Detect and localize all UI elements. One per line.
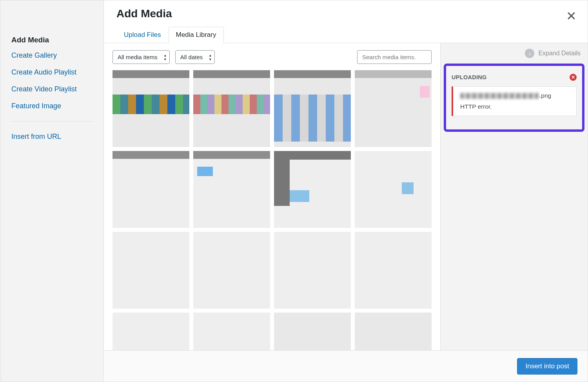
header: Add Media ✕ xyxy=(104,0,588,26)
upload-filename: .png xyxy=(460,92,569,99)
page-title: Add Media xyxy=(116,7,575,20)
media-thumb[interactable] xyxy=(113,151,189,228)
main: Add Media ✕ Upload Files Media Library A… xyxy=(104,0,588,382)
close-icon[interactable]: ✕ xyxy=(566,10,577,22)
chevron-updown-icon: ▴▾ xyxy=(164,53,166,61)
sidebar-link-insert-from-url[interactable]: Insert from URL xyxy=(11,133,61,140)
media-thumb[interactable] xyxy=(274,232,351,309)
sidebar-link-featured-image[interactable]: Featured Image xyxy=(11,102,61,110)
sidebar-divider xyxy=(11,121,93,122)
media-grid xyxy=(113,70,432,375)
filter-date-label: All dates xyxy=(180,54,203,60)
media-thumb[interactable] xyxy=(193,70,270,147)
tab-upload-files[interactable]: Upload Files xyxy=(116,27,169,43)
sidebar-title: Add Media xyxy=(11,36,93,44)
sidebar-link-create-gallery[interactable]: Create Gallery xyxy=(11,51,57,59)
content: All media items ▴▾ All dates ▴▾ xyxy=(104,43,440,382)
media-thumb[interactable] xyxy=(355,151,432,228)
chevron-left-icon: ‹ xyxy=(525,49,534,58)
uploading-heading: UPLOADING xyxy=(452,74,487,80)
filter-bar: All media items ▴▾ All dates ▴▾ xyxy=(113,50,432,64)
upload-error-item: .png HTTP error. xyxy=(452,86,577,116)
media-thumb[interactable] xyxy=(193,232,270,309)
filter-type-select[interactable]: All media items ▴▾ xyxy=(113,50,170,64)
media-thumb[interactable] xyxy=(274,70,351,147)
upload-error-highlight: UPLOADING ✕ .png HTTP error. xyxy=(444,64,584,132)
filter-type-label: All media items xyxy=(118,54,158,60)
upload-error-message: HTTP error. xyxy=(460,103,569,110)
sidebar-link-create-video-playlist[interactable]: Create Video Playlist xyxy=(11,85,77,93)
sidebar-links: Create Gallery Create Audio Playlist Cre… xyxy=(11,51,93,110)
media-thumb[interactable] xyxy=(355,70,432,147)
media-thumb[interactable] xyxy=(193,151,270,228)
media-thumb[interactable] xyxy=(274,151,351,228)
dismiss-error-icon[interactable]: ✕ xyxy=(570,74,577,81)
filename-obscured xyxy=(460,93,539,99)
tab-media-library[interactable]: Media Library xyxy=(169,27,224,43)
details-panel: ‹ Expand Details UPLOADING ✕ .png HTTP e… xyxy=(440,43,588,382)
footer: Insert into post xyxy=(104,350,588,382)
filter-date-select[interactable]: All dates ▴▾ xyxy=(175,50,215,64)
sidebar-link-create-audio-playlist[interactable]: Create Audio Playlist xyxy=(11,68,76,76)
media-thumb[interactable] xyxy=(113,70,189,147)
expand-details-label: Expand Details xyxy=(538,50,581,57)
media-thumb[interactable] xyxy=(355,232,432,309)
file-extension: .png xyxy=(539,92,551,99)
sidebar: Add Media Create Gallery Create Audio Pl… xyxy=(0,0,104,382)
chevron-updown-icon: ▴▾ xyxy=(209,53,211,61)
search-input[interactable] xyxy=(357,50,432,64)
tabs: Upload Files Media Library xyxy=(104,26,588,43)
insert-into-post-button[interactable]: Insert into post xyxy=(517,358,577,375)
expand-details-button[interactable]: ‹ Expand Details xyxy=(441,49,588,64)
media-thumb[interactable] xyxy=(113,232,189,309)
